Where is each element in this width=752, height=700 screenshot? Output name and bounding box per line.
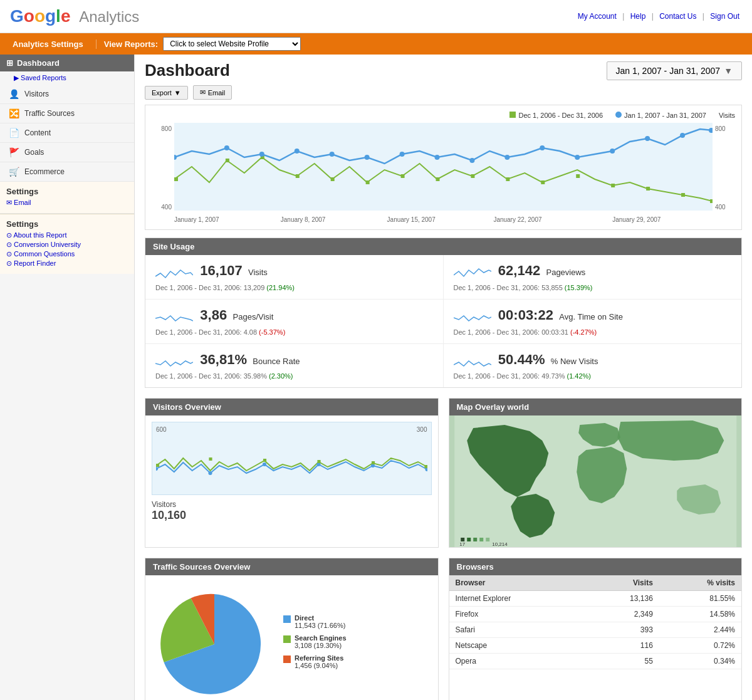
y-axis-left: 800 400 [152, 123, 174, 223]
prev-period-label: Dec 1, 2006 - Dec 31, 2006 [518, 112, 603, 119]
avg-time-label: Avg. Time on Site [559, 312, 623, 321]
logo-g2: g [45, 6, 56, 26]
pageviews-sparkline-svg [454, 264, 491, 283]
svg-text:January 8, 2007: January 8, 2007 [281, 216, 326, 223]
saved-reports-link[interactable]: ▶ Saved Reports [0, 71, 134, 85]
about-report-link[interactable]: ⊙ About this Report [6, 231, 128, 239]
pageviews-value: 62,142 [498, 263, 540, 278]
export-button[interactable]: Export ▼ [145, 86, 188, 100]
prev-period-color [509, 112, 516, 118]
map-overlay-widget: Map Overlay world [449, 398, 743, 548]
referring-info: Referring Sites 1,456 (9.04%) [295, 654, 343, 669]
content-header: Dashboard Jan 1, 2007 - Jan 31, 2007 ▼ [145, 61, 742, 80]
date-range-text: Jan 1, 2007 - Jan 31, 2007 [616, 66, 721, 76]
date-range-button[interactable]: Jan 1, 2007 - Jan 31, 2007 ▼ [607, 61, 742, 80]
svg-rect-12 [576, 174, 580, 178]
visits-label: Visits [248, 268, 268, 277]
logo-l: l [56, 6, 61, 26]
svg-point-27 [540, 145, 545, 150]
sidebar-item-content[interactable]: 📄 Content [0, 123, 134, 143]
website-profile-select[interactable]: Click to select Website Profile [163, 37, 301, 51]
traffic-sources-title: Traffic Sources Overview [145, 558, 438, 575]
svg-text:17: 17 [459, 541, 465, 547]
conversion-university-link[interactable]: ⊙ Conversion University [6, 241, 128, 249]
curr-period-color [615, 112, 622, 118]
email-settings-link[interactable]: ✉ Email [6, 199, 128, 207]
direct-legend-item: Direct 11,543 (71.66%) [283, 614, 347, 629]
contact-us-link[interactable]: Contact Us [659, 12, 696, 21]
svg-text:January 15, 2007: January 15, 2007 [387, 216, 436, 223]
visits-sparkline [155, 264, 193, 283]
site-usage-header: Site Usage [145, 238, 741, 255]
svg-point-24 [435, 155, 440, 160]
browser-name: Opera [449, 654, 587, 669]
new-visits-value: 50.44% [498, 352, 545, 367]
sidebar-item-ecommerce[interactable]: 🛒 Ecommerce [0, 162, 134, 182]
visitors-y-axis: 600 300 [156, 426, 427, 433]
logo-o1: o [24, 6, 34, 26]
search-info: Search Engines 3,108 (19.30%) [295, 634, 347, 649]
dashboard-grid-icon: ⊞ [6, 58, 13, 68]
svg-rect-50 [424, 465, 427, 468]
visitors-count: 10,160 [152, 509, 186, 521]
svg-rect-4 [296, 174, 300, 178]
saved-reports-anchor[interactable]: ▶ Saved Reports [14, 74, 66, 81]
search-value: 3,108 (19.30%) [295, 642, 347, 649]
logo: Google Analytics [10, 6, 139, 26]
bounce-rate-change: (2.30%) [269, 372, 293, 380]
site-usage-grid: 16,107 Visits Dec 1, 2006 - Dec 31, 2006… [145, 255, 741, 387]
svg-point-21 [330, 152, 335, 157]
browser-name: Firefox [449, 607, 587, 622]
browsers-body: Browser Visits % visits Internet Explore… [449, 575, 742, 669]
sidebar-item-traffic-sources[interactable]: 🔀 Traffic Sources [0, 104, 134, 123]
avg-time-change: (-4.27%) [570, 328, 597, 336]
sidebar-item-goals[interactable]: 🚩 Goals [0, 143, 134, 162]
bounce-sparkline-svg [155, 352, 193, 371]
pageviews-change: (15.39%) [565, 284, 593, 291]
avg-time-sparkline-svg [454, 308, 491, 327]
svg-rect-8 [436, 177, 440, 181]
svg-rect-0 [174, 123, 713, 211]
referring-legend-item: Referring Sites 1,456 (9.04%) [283, 654, 347, 669]
svg-rect-1 [174, 177, 178, 181]
email-button[interactable]: ✉ Email [193, 85, 232, 100]
dashboard-nav-item[interactable]: ⊞ Dashboard [0, 55, 134, 71]
visitors-chart: 600 300 [152, 422, 432, 495]
header-links: My Account | Help | Contact Us | Sign Ou… [575, 12, 742, 21]
help-link[interactable]: Help [630, 12, 646, 21]
svg-rect-6 [366, 180, 370, 184]
pages-visit-value: 3,86 [200, 307, 227, 323]
svg-text:January 29, 2007: January 29, 2007 [612, 216, 661, 223]
svg-point-30 [645, 136, 650, 141]
chart-svg-container: January 1, 2007 January 8, 2007 January … [174, 123, 713, 223]
my-account-link[interactable]: My Account [578, 12, 617, 21]
ecommerce-icon: 🛒 [9, 167, 19, 177]
svg-rect-2 [226, 159, 229, 162]
common-questions-link[interactable]: ⊙ Common Questions [6, 250, 128, 258]
visitors-overview-widget: Visitors Overview 600 300 [145, 398, 439, 548]
visits-col-header: Visits [587, 575, 659, 591]
visitors-icon: 👤 [9, 89, 19, 99]
traffic-sources-label: Traffic Sources [24, 109, 75, 118]
svg-rect-10 [506, 177, 509, 181]
svg-rect-47 [263, 459, 266, 462]
analytics-settings-button[interactable]: Analytics Settings [6, 39, 90, 49]
svg-rect-55 [479, 538, 483, 541]
pct-visits-col-header: % visits [659, 575, 741, 591]
browser-pct: 2.44% [659, 622, 741, 638]
browser-name: Internet Explorer [449, 591, 587, 607]
sign-out-link[interactable]: Sign Out [710, 12, 739, 21]
svg-point-40 [208, 471, 212, 475]
browser-visits: 393 [587, 622, 659, 638]
svg-rect-45 [156, 464, 159, 467]
browsers-table-row: Netscape 116 0.72% [449, 638, 742, 654]
pages-visit-sparkline-svg [155, 308, 193, 327]
svg-rect-11 [541, 180, 545, 184]
report-finder-link[interactable]: ⊙ Report Finder [6, 259, 128, 268]
curr-period-label: Jan 1, 2007 - Jan 31, 2007 [624, 112, 706, 119]
browsers-table-row: Safari 393 2.44% [449, 622, 742, 638]
direct-label: Direct [295, 614, 345, 622]
sidebar-item-visitors[interactable]: 👤 Visitors [0, 85, 134, 104]
bounce-sparkline [155, 352, 193, 371]
pageviews-metric: 62,142 Pageviews Dec 1, 2006 - Dec 31, 2… [444, 255, 742, 300]
